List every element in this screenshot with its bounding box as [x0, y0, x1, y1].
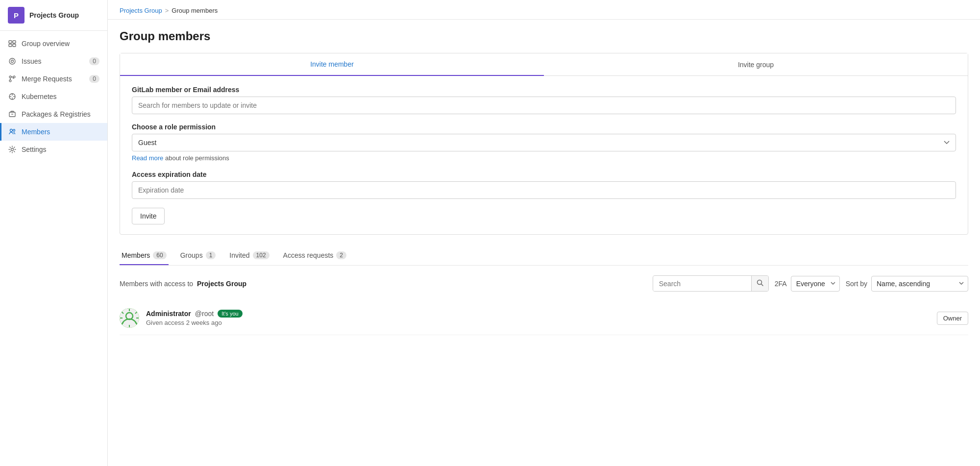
twofa-label: 2FA	[775, 280, 787, 288]
member-handle: @root	[195, 310, 214, 318]
sidebar-group-name: Projects Group	[29, 11, 79, 19]
sortby-select[interactable]: Name, ascendingName, descendingLast join…	[871, 276, 968, 292]
members-group-name: Projects Group	[197, 280, 246, 288]
members-tab-label-invited: Invited	[229, 251, 249, 259]
main-content: Projects Group > Group members Group mem…	[108, 0, 980, 466]
sidebar-item-settings[interactable]: Settings	[0, 141, 107, 158]
members-tab-access-requests[interactable]: Access requests 2	[281, 246, 348, 265]
icon-kubernetes	[8, 92, 17, 101]
sidebar: P Projects Group Group overview Issues 0…	[0, 0, 108, 466]
sidebar-label-merge-requests: Merge Requests	[22, 75, 72, 83]
search-button[interactable]	[751, 276, 768, 291]
svg-point-16	[10, 129, 13, 132]
breadcrumb: Projects Group > Group members	[108, 0, 980, 20]
members-prefix: Members with access to	[120, 280, 193, 288]
members-tab-count-invited: 102	[253, 251, 270, 259]
sortby-label: Sort by	[846, 280, 867, 288]
breadcrumb-separator: >	[165, 7, 169, 14]
members-tab-count-access-requests: 2	[336, 251, 346, 259]
icon-settings	[8, 145, 17, 154]
sidebar-item-kubernetes[interactable]: Kubernetes	[0, 88, 107, 105]
invite-tab-invite-member[interactable]: Invite member	[120, 53, 544, 76]
sidebar-label-packages: Packages & Registries	[22, 110, 91, 118]
expiry-input[interactable]	[132, 181, 956, 199]
gitlab-member-input[interactable]	[132, 97, 956, 114]
sidebar-label-settings: Settings	[22, 146, 47, 153]
sidebar-header[interactable]: P Projects Group	[0, 0, 107, 31]
sortby-filter: Sort by Name, ascendingName, descendingL…	[846, 276, 968, 292]
members-tab-label-access-requests: Access requests	[283, 251, 334, 259]
svg-point-18	[11, 148, 14, 151]
sidebar-item-members[interactable]: Members	[0, 123, 107, 141]
icon-group-overview	[8, 39, 17, 48]
search-icon	[757, 279, 763, 286]
invite-card: Invite memberInvite group GitLab member …	[120, 53, 968, 235]
read-more-link[interactable]: Read more	[132, 154, 163, 162]
sidebar-label-members: Members	[22, 128, 50, 136]
table-row: Administrator @root It's you Given acces…	[120, 301, 968, 335]
invite-tab-invite-group[interactable]: Invite group	[544, 53, 968, 75]
members-tabs: Members 60Groups 1Invited 102Access requ…	[120, 246, 968, 266]
members-access-label: Members with access to Projects Group	[120, 280, 246, 288]
member-info: Administrator @root It's you Given acces…	[146, 310, 937, 326]
gitlab-label: GitLab member or Email address	[132, 86, 956, 94]
role-hint-text: about role permissions	[165, 154, 229, 162]
role-badge: Owner	[937, 312, 968, 325]
svg-line-20	[761, 284, 763, 286]
svg-rect-0	[9, 41, 12, 43]
role-select[interactable]: GuestReporterDeveloperMaintainerOwner	[132, 134, 956, 151]
expiry-label: Access expiration date	[132, 171, 956, 178]
sidebar-label-issues: Issues	[22, 57, 41, 65]
members-tab-members[interactable]: Members 60	[120, 246, 169, 265]
icon-members	[8, 127, 17, 136]
svg-point-6	[9, 76, 11, 78]
twofa-filter: 2FA EveryoneEnabledDisabled	[775, 276, 840, 292]
svg-point-5	[11, 60, 14, 63]
member-role: Owner	[937, 314, 968, 322]
svg-rect-1	[13, 41, 16, 43]
svg-point-4	[9, 58, 15, 64]
members-tab-count-members: 60	[153, 251, 166, 259]
members-tab-invited[interactable]: Invited 102	[227, 246, 271, 265]
svg-rect-3	[13, 44, 16, 47]
sidebar-item-packages[interactable]: Packages & Registries	[0, 105, 107, 123]
role-permission-group: Choose a role permission GuestReporterDe…	[132, 123, 956, 162]
member-you-badge: It's you	[218, 310, 243, 318]
member-name: Administrator	[146, 310, 191, 318]
sidebar-badge-merge-requests: 0	[89, 75, 99, 83]
members-filter-bar: Members with access to Projects Group 2F…	[120, 275, 968, 292]
twofa-select[interactable]: EveryoneEnabledDisabled	[791, 276, 840, 292]
role-hint: Read more about role permissions	[132, 154, 956, 162]
invite-button[interactable]: Invite	[132, 208, 165, 224]
sidebar-item-issues[interactable]: Issues 0	[0, 52, 107, 70]
group-avatar: P	[8, 7, 24, 24]
svg-point-7	[9, 80, 11, 82]
gitlab-member-group: GitLab member or Email address	[132, 86, 956, 114]
svg-rect-2	[9, 44, 12, 47]
sidebar-label-kubernetes: Kubernetes	[22, 93, 57, 100]
members-tab-count-groups: 1	[206, 251, 216, 259]
sidebar-nav: Group overview Issues 0 Merge Requests 0…	[0, 31, 107, 466]
sidebar-label-group-overview: Group overview	[22, 40, 70, 48]
icon-merge-requests	[8, 74, 17, 83]
invite-tabs: Invite memberInvite group	[120, 53, 968, 76]
members-tab-label-members: Members	[122, 251, 150, 259]
svg-point-17	[13, 129, 15, 131]
search-input[interactable]	[653, 276, 751, 291]
role-label: Choose a role permission	[132, 123, 956, 131]
members-tab-label-groups: Groups	[180, 251, 203, 259]
sidebar-item-merge-requests[interactable]: Merge Requests 0	[0, 70, 107, 88]
icon-issues	[8, 57, 17, 66]
members-tab-groups[interactable]: Groups 1	[178, 246, 218, 265]
member-access-text: Given access 2 weeks ago	[146, 319, 937, 326]
members-list: Administrator @root It's you Given acces…	[120, 301, 968, 335]
avatar	[120, 308, 139, 328]
sidebar-badge-issues: 0	[89, 57, 99, 65]
expiry-group: Access expiration date	[132, 171, 956, 199]
sidebar-item-group-overview[interactable]: Group overview	[0, 35, 107, 52]
search-box	[653, 275, 769, 292]
page-title: Group members	[120, 29, 968, 43]
breadcrumb-parent[interactable]: Projects Group	[120, 7, 162, 14]
icon-packages	[8, 110, 17, 119]
breadcrumb-current: Group members	[172, 7, 218, 14]
